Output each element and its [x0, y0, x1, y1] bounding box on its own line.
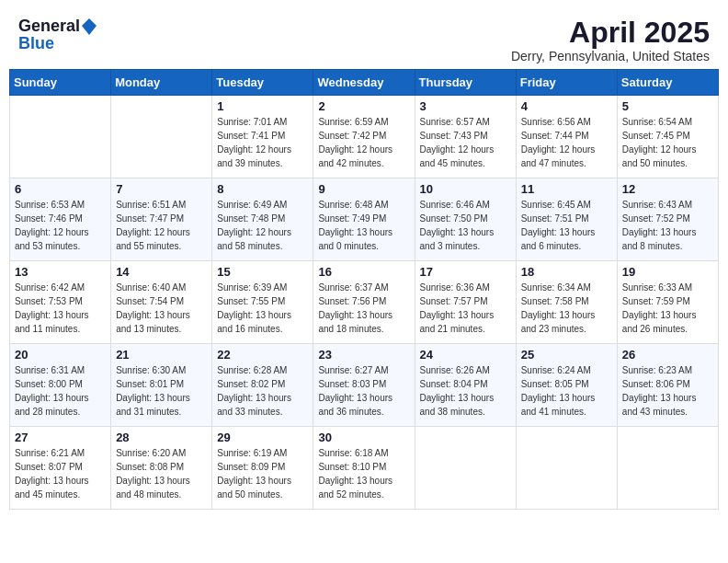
weekday-header: Monday — [111, 70, 212, 96]
logo-blue-text: Blue — [18, 34, 54, 53]
calendar-cell: 26Sunrise: 6:23 AMSunset: 8:06 PMDayligh… — [617, 344, 718, 427]
calendar-week-row: 27Sunrise: 6:21 AMSunset: 8:07 PMDayligh… — [10, 427, 719, 510]
calendar-cell: 1Sunrise: 7:01 AMSunset: 7:41 PMDaylight… — [212, 96, 313, 178]
day-number: 11 — [521, 182, 612, 196]
day-number: 9 — [318, 182, 409, 196]
weekday-header: Thursday — [415, 70, 516, 96]
calendar-cell: 7Sunrise: 6:51 AMSunset: 7:47 PMDaylight… — [111, 178, 212, 261]
calendar-cell: 27Sunrise: 6:21 AMSunset: 8:07 PMDayligh… — [10, 427, 111, 510]
day-info: Sunrise: 6:39 AMSunset: 7:55 PMDaylight:… — [217, 281, 308, 336]
calendar-cell: 2Sunrise: 6:59 AMSunset: 7:42 PMDaylight… — [313, 96, 415, 178]
day-number: 30 — [318, 431, 409, 444]
calendar-cell: 21Sunrise: 6:30 AMSunset: 8:01 PMDayligh… — [111, 344, 212, 427]
weekday-header: Tuesday — [212, 70, 313, 96]
day-info: Sunrise: 6:59 AMSunset: 7:42 PMDaylight:… — [318, 115, 409, 170]
day-number: 12 — [622, 182, 713, 196]
day-number: 4 — [521, 99, 612, 113]
day-info: Sunrise: 6:31 AMSunset: 8:00 PMDaylight:… — [15, 363, 106, 419]
calendar-cell: 17Sunrise: 6:36 AMSunset: 7:57 PMDayligh… — [415, 261, 516, 344]
calendar-week-row: 6Sunrise: 6:53 AMSunset: 7:46 PMDaylight… — [10, 178, 719, 261]
day-info: Sunrise: 6:51 AMSunset: 7:47 PMDaylight:… — [116, 198, 207, 253]
calendar-cell: 5Sunrise: 6:54 AMSunset: 7:45 PMDaylight… — [617, 96, 718, 178]
calendar-cell: 12Sunrise: 6:43 AMSunset: 7:52 PMDayligh… — [617, 178, 718, 261]
day-number: 3 — [420, 99, 511, 113]
day-number: 8 — [217, 182, 308, 196]
day-number: 1 — [217, 99, 308, 113]
day-info: Sunrise: 6:43 AMSunset: 7:52 PMDaylight:… — [622, 198, 713, 253]
weekday-header: Wednesday — [313, 70, 415, 96]
calendar-cell: 11Sunrise: 6:45 AMSunset: 7:51 PMDayligh… — [516, 178, 617, 261]
calendar-cell: 30Sunrise: 6:18 AMSunset: 8:10 PMDayligh… — [313, 427, 415, 510]
day-number: 6 — [15, 182, 106, 196]
calendar-cell: 24Sunrise: 6:26 AMSunset: 8:04 PMDayligh… — [415, 344, 516, 427]
calendar-cell: 13Sunrise: 6:42 AMSunset: 7:53 PMDayligh… — [10, 261, 111, 344]
day-info: Sunrise: 6:20 AMSunset: 8:08 PMDaylight:… — [116, 446, 207, 501]
calendar-cell — [111, 96, 212, 178]
day-info: Sunrise: 6:33 AMSunset: 7:59 PMDaylight:… — [622, 281, 713, 336]
calendar-week-row: 13Sunrise: 6:42 AMSunset: 7:53 PMDayligh… — [10, 261, 719, 344]
day-number: 22 — [217, 348, 308, 362]
day-info: Sunrise: 6:34 AMSunset: 7:58 PMDaylight:… — [521, 281, 612, 336]
day-info: Sunrise: 6:30 AMSunset: 8:01 PMDaylight:… — [116, 363, 207, 419]
calendar-cell: 23Sunrise: 6:27 AMSunset: 8:03 PMDayligh… — [313, 344, 415, 427]
day-info: Sunrise: 6:21 AMSunset: 8:07 PMDaylight:… — [15, 446, 106, 501]
weekday-header-row: SundayMondayTuesdayWednesdayThursdayFrid… — [10, 70, 719, 96]
calendar-cell: 28Sunrise: 6:20 AMSunset: 8:08 PMDayligh… — [111, 427, 212, 510]
day-info: Sunrise: 6:26 AMSunset: 8:04 PMDaylight:… — [420, 363, 511, 419]
calendar-cell: 15Sunrise: 6:39 AMSunset: 7:55 PMDayligh… — [212, 261, 313, 344]
day-info: Sunrise: 6:24 AMSunset: 8:05 PMDaylight:… — [521, 363, 612, 419]
calendar-cell: 19Sunrise: 6:33 AMSunset: 7:59 PMDayligh… — [617, 261, 718, 344]
day-number: 10 — [420, 182, 511, 196]
calendar-week-row: 1Sunrise: 7:01 AMSunset: 7:41 PMDaylight… — [10, 96, 719, 178]
day-number: 24 — [420, 348, 511, 362]
day-info: Sunrise: 6:45 AMSunset: 7:51 PMDaylight:… — [521, 198, 612, 253]
day-info: Sunrise: 7:01 AMSunset: 7:41 PMDaylight:… — [217, 115, 308, 170]
day-number: 16 — [318, 265, 409, 279]
day-number: 21 — [116, 348, 207, 362]
page-header: General Blue April 2025 Derry, Pennsylva… — [9, 9, 719, 69]
day-number: 20 — [15, 348, 106, 362]
day-number: 17 — [420, 265, 511, 279]
day-info: Sunrise: 6:23 AMSunset: 8:06 PMDaylight:… — [622, 363, 713, 419]
logo: General Blue — [18, 17, 97, 53]
calendar-cell: 8Sunrise: 6:49 AMSunset: 7:48 PMDaylight… — [212, 178, 313, 261]
day-info: Sunrise: 6:18 AMSunset: 8:10 PMDaylight:… — [318, 446, 409, 501]
day-number: 28 — [116, 431, 207, 444]
logo-general-text: General — [18, 17, 80, 36]
day-info: Sunrise: 6:40 AMSunset: 7:54 PMDaylight:… — [116, 281, 207, 336]
day-number: 5 — [622, 99, 713, 113]
day-info: Sunrise: 6:19 AMSunset: 8:09 PMDaylight:… — [217, 446, 308, 501]
calendar-cell: 29Sunrise: 6:19 AMSunset: 8:09 PMDayligh… — [212, 427, 313, 510]
calendar-cell — [415, 427, 516, 510]
calendar-cell: 14Sunrise: 6:40 AMSunset: 7:54 PMDayligh… — [111, 261, 212, 344]
day-info: Sunrise: 6:48 AMSunset: 7:49 PMDaylight:… — [318, 198, 409, 253]
day-number: 15 — [217, 265, 308, 279]
day-number: 27 — [15, 431, 106, 444]
calendar-cell: 9Sunrise: 6:48 AMSunset: 7:49 PMDaylight… — [313, 178, 415, 261]
day-info: Sunrise: 6:36 AMSunset: 7:57 PMDaylight:… — [420, 281, 511, 336]
calendar-cell: 25Sunrise: 6:24 AMSunset: 8:05 PMDayligh… — [516, 344, 617, 427]
day-info: Sunrise: 6:49 AMSunset: 7:48 PMDaylight:… — [217, 198, 308, 253]
calendar-cell: 6Sunrise: 6:53 AMSunset: 7:46 PMDaylight… — [10, 178, 111, 261]
day-number: 7 — [116, 182, 207, 196]
calendar-cell — [617, 427, 718, 510]
day-number: 25 — [521, 348, 612, 362]
weekday-header: Saturday — [617, 70, 718, 96]
calendar-cell: 10Sunrise: 6:46 AMSunset: 7:50 PMDayligh… — [415, 178, 516, 261]
calendar-cell: 3Sunrise: 6:57 AMSunset: 7:43 PMDaylight… — [415, 96, 516, 178]
month-title: April 2025 — [511, 17, 710, 49]
calendar-cell: 18Sunrise: 6:34 AMSunset: 7:58 PMDayligh… — [516, 261, 617, 344]
calendar-cell — [10, 96, 111, 178]
logo-icon — [82, 18, 97, 35]
day-info: Sunrise: 6:27 AMSunset: 8:03 PMDaylight:… — [318, 363, 409, 419]
calendar-cell — [516, 427, 617, 510]
day-info: Sunrise: 6:54 AMSunset: 7:45 PMDaylight:… — [622, 115, 713, 170]
svg-marker-0 — [82, 18, 97, 35]
day-info: Sunrise: 6:28 AMSunset: 8:02 PMDaylight:… — [217, 363, 308, 419]
day-info: Sunrise: 6:42 AMSunset: 7:53 PMDaylight:… — [15, 281, 106, 336]
calendar-table: SundayMondayTuesdayWednesdayThursdayFrid… — [9, 69, 719, 510]
day-number: 18 — [521, 265, 612, 279]
day-number: 14 — [116, 265, 207, 279]
day-info: Sunrise: 6:37 AMSunset: 7:56 PMDaylight:… — [318, 281, 409, 336]
calendar-cell: 20Sunrise: 6:31 AMSunset: 8:00 PMDayligh… — [10, 344, 111, 427]
